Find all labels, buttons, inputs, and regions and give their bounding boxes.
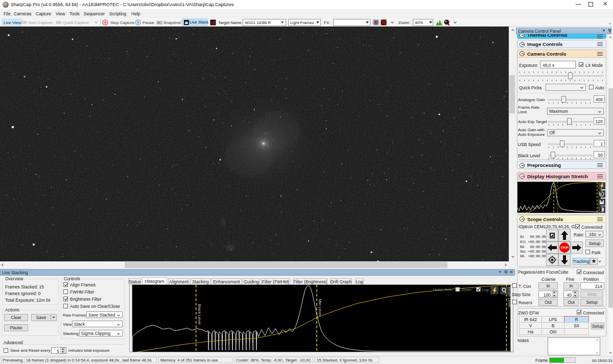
svg-text:Horiz. Axis:: Horiz. Axis: <box>433 287 453 292</box>
svg-text:Zoom: Zoom <box>461 287 472 292</box>
svg-text:Black Level: Black Level <box>197 304 202 324</box>
svg-text:Log: Log <box>482 287 488 292</box>
svg-text:N: N <box>211 21 214 25</box>
svg-text:Mid Level: Mid Level <box>318 299 322 317</box>
